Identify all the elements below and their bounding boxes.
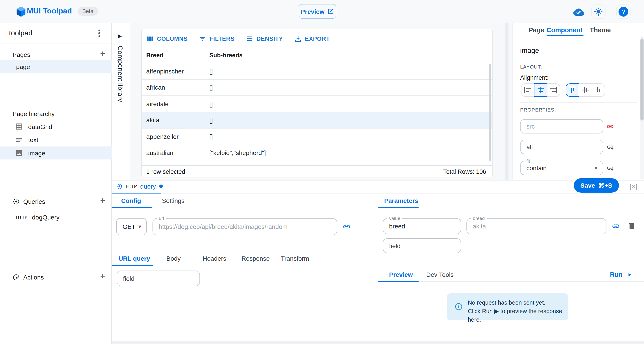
project-menu-button[interactable]: [95, 29, 103, 38]
param-binding-input[interactable]: [467, 223, 606, 230]
hierarchy-item-image[interactable]: image: [0, 146, 112, 159]
tab-preview[interactable]: Preview: [389, 271, 413, 278]
add-action-button[interactable]: +: [100, 272, 105, 280]
tab-response[interactable]: Response: [242, 255, 270, 262]
tab-settings[interactable]: Settings: [162, 197, 184, 204]
alt-input[interactable]: [520, 143, 603, 150]
canvas-scrollbar[interactable]: [505, 23, 508, 180]
sidebar-item-dogquery[interactable]: HTTP dogQuery: [0, 211, 112, 224]
tab-url-query[interactable]: URL query: [118, 255, 150, 262]
chevron-down-icon: ▼: [137, 224, 146, 229]
align-vertical-top-button[interactable]: [566, 83, 579, 97]
delete-parameter-button[interactable]: [628, 222, 636, 230]
query-tab-row: HTTP query Save ⌘+S ✕: [112, 181, 644, 194]
url-field: url: [152, 218, 337, 235]
param-value-input[interactable]: [383, 223, 461, 230]
active-tab-indicator: [546, 35, 584, 36]
pages-section-label: Pages: [12, 51, 30, 58]
align-horizontal-left-button[interactable]: [521, 83, 534, 97]
param-new-field-input[interactable]: [383, 242, 461, 249]
alert-message: No request has been sent yet. Click Run …: [468, 298, 568, 324]
query-tab-label: query: [140, 183, 156, 190]
tab-component[interactable]: Component: [546, 27, 582, 34]
export-button[interactable]: EXPORT: [294, 35, 330, 42]
columns-button[interactable]: COLUMNS: [146, 35, 188, 42]
light-mode-icon: [594, 7, 603, 16]
tab-dev-tools[interactable]: Dev Tools: [426, 271, 454, 278]
tab-body[interactable]: Body: [166, 255, 181, 262]
table-row-selected[interactable]: akita []: [142, 112, 492, 128]
column-header-subbreeds[interactable]: Sub-breeds: [209, 52, 492, 59]
bottom-scrollbar-track[interactable]: [112, 341, 644, 344]
url-input[interactable]: [153, 223, 337, 230]
divider: [520, 102, 637, 103]
horizontal-alignment-group: [521, 83, 560, 97]
rows-selected-status: 1 row selected: [146, 168, 185, 175]
project-title: toolpad: [9, 29, 32, 37]
src-binding-icon[interactable]: [606, 123, 614, 130]
fit-select[interactable]: fit contain ▼: [520, 161, 603, 175]
tab-parameters[interactable]: Parameters: [384, 197, 418, 204]
align-vertical-center-button[interactable]: [579, 83, 592, 97]
alt-field: [520, 140, 603, 154]
save-button-label: Save: [580, 182, 595, 189]
table-row[interactable]: affenpinscher []: [142, 63, 492, 80]
align-horizontal-right-icon: [550, 86, 558, 94]
add-page-button[interactable]: +: [100, 49, 105, 58]
table-row[interactable]: airedale []: [142, 96, 492, 112]
total-rows-status: Total Rows: 106: [443, 168, 486, 175]
cell-breed: african: [142, 84, 209, 91]
url-query-field-input[interactable]: [117, 275, 200, 282]
alt-add-binding-icon[interactable]: [606, 143, 614, 151]
hierarchy-item-datagrid[interactable]: dataGrid: [0, 120, 112, 133]
align-vertical-bottom-button[interactable]: [592, 83, 605, 97]
align-horizontal-right-button[interactable]: [547, 83, 560, 97]
run-button[interactable]: Run: [610, 271, 632, 278]
sidebar-item-page[interactable]: page: [0, 60, 112, 73]
cell-subbreeds: []: [209, 117, 492, 124]
close-panel-button[interactable]: ✕: [630, 184, 637, 190]
tab-page[interactable]: Page: [528, 27, 544, 34]
table-row[interactable]: australian ["kelpie","shepherd"]: [142, 145, 492, 161]
add-query-button[interactable]: +: [100, 196, 105, 205]
fit-add-binding-icon[interactable]: [606, 164, 614, 172]
filter-icon: [199, 35, 206, 42]
page-item-label: page: [16, 63, 30, 70]
filters-button[interactable]: FILTERS: [199, 35, 234, 42]
align-vertical-bottom-icon: [594, 86, 602, 94]
density-button-label: DENSITY: [256, 35, 283, 42]
url-binding-icon[interactable]: [342, 223, 350, 231]
align-horizontal-center-button[interactable]: [534, 83, 548, 97]
breed-label: breed: [471, 216, 486, 221]
tab-http-query[interactable]: HTTP query: [116, 183, 162, 190]
active-tab-indicator: [112, 192, 161, 194]
query-editor-panel: HTTP query Save ⌘+S ✕ Config Settings GE…: [112, 180, 644, 341]
theme-toggle-button[interactable]: [591, 5, 606, 19]
param-binding-icon[interactable]: [612, 222, 620, 230]
method-select[interactable]: GET ▼: [116, 218, 147, 235]
columns-button-label: COLUMNS: [157, 35, 188, 42]
table-row[interactable]: appenzeller []: [142, 128, 492, 145]
expand-library-icon[interactable]: ▶: [118, 33, 122, 39]
save-button[interactable]: Save ⌘+S: [574, 178, 619, 193]
preview-button[interactable]: Preview: [299, 4, 336, 19]
active-tab-indicator: [378, 207, 418, 208]
component-library-label: Component library: [117, 46, 124, 102]
src-input[interactable]: [520, 123, 603, 130]
tab-theme[interactable]: Theme: [590, 27, 611, 34]
datagrid-component[interactable]: COLUMNS FILTERS DENSITY: [141, 29, 493, 177]
columns-icon: [146, 35, 154, 42]
hierarchy-item-text[interactable]: text: [0, 133, 112, 146]
fit-label: fit: [524, 158, 532, 164]
inspector-scrollbar[interactable]: [640, 39, 644, 120]
tab-headers[interactable]: Headers: [202, 255, 226, 262]
tab-config[interactable]: Config: [121, 197, 141, 204]
column-header-breed[interactable]: Breed: [142, 52, 209, 59]
density-button[interactable]: DENSITY: [246, 35, 283, 42]
run-button-label: Run: [610, 271, 622, 278]
table-row[interactable]: african []: [142, 80, 492, 96]
help-button[interactable]: ?: [616, 5, 630, 19]
cell-subbreeds: []: [209, 68, 492, 75]
tab-transform[interactable]: Transform: [281, 255, 309, 262]
datagrid-scrollbar[interactable]: [489, 64, 491, 161]
